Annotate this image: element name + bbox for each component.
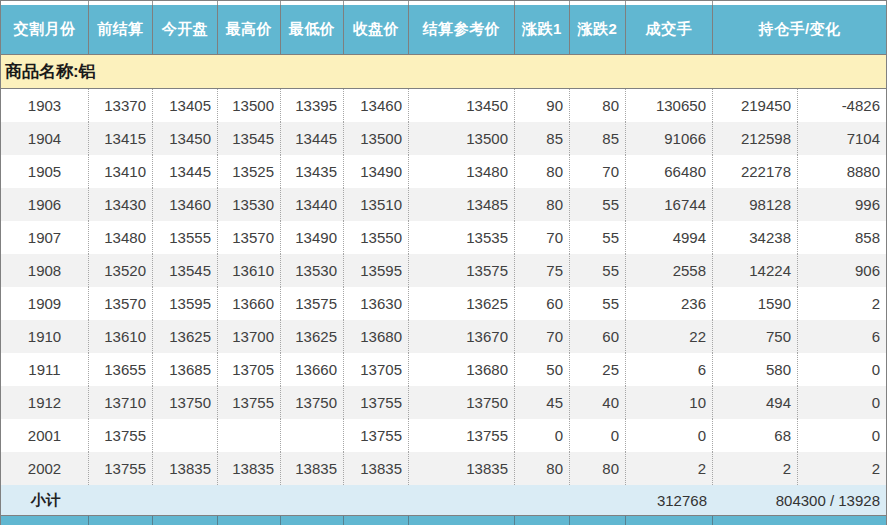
cell-open: 13545: [153, 254, 218, 287]
cell-prev-settlement: 13415: [89, 122, 153, 155]
cell-close: 13500: [344, 122, 409, 155]
cell-high: 13525: [218, 155, 281, 188]
cell-prev-settlement: 13520: [89, 254, 153, 287]
cell-low: 13530: [281, 254, 344, 287]
cell-change2: 55: [570, 254, 626, 287]
bottom-sliver-cell: [1, 516, 89, 525]
cell-close: 13630: [344, 287, 409, 320]
cell-close: 13755: [344, 419, 409, 452]
cell-high: 13530: [218, 188, 281, 221]
cell-prev-settlement: 13410: [89, 155, 153, 188]
cell-open-interest: 68: [713, 419, 798, 452]
cell-oi-change: 0: [798, 419, 886, 452]
cell-oi-change: 6: [798, 320, 886, 353]
cell-open: 13460: [153, 188, 218, 221]
cell-change1: 60: [515, 287, 570, 320]
cell-month: 2002: [1, 452, 89, 485]
cell-settlement-ref: 13670: [409, 320, 515, 353]
table-row-1904: 1904134151345013545134451350013500858591…: [1, 122, 886, 155]
cell-open-interest: 14224: [713, 254, 798, 287]
cell-settlement-ref: 13835: [409, 452, 515, 485]
cell-prev-settlement: 13570: [89, 287, 153, 320]
cell-close: 13595: [344, 254, 409, 287]
cell-low: 13435: [281, 155, 344, 188]
cell-oi-change: 2: [798, 452, 886, 485]
cell-month: 2001: [1, 419, 89, 452]
cell-change1: 70: [515, 221, 570, 254]
cell-high: [218, 419, 281, 452]
cell-change1: 80: [515, 155, 570, 188]
table-row-1912: 1912137101375013755137501375513750454010…: [1, 386, 886, 419]
cell-change1: 70: [515, 320, 570, 353]
table-row-1911: 1911136551368513705136601370513680502565…: [1, 353, 886, 386]
table-row-1910: 1910136101362513700136251368013670706022…: [1, 320, 886, 353]
cell-month: 1905: [1, 155, 89, 188]
cell-prev-settlement: 13710: [89, 386, 153, 419]
cell-change2: 0: [570, 419, 626, 452]
column-header-prev-settlement: 前结算: [89, 5, 153, 54]
cell-open: 13835: [153, 452, 218, 485]
cell-volume: 22: [626, 320, 713, 353]
cell-volume: 236: [626, 287, 713, 320]
cell-change2: 40: [570, 386, 626, 419]
cell-month: 1912: [1, 386, 89, 419]
cell-close: 13490: [344, 155, 409, 188]
table-row-1906: 1906134301346013530134401351013485805516…: [1, 188, 886, 221]
cell-change2: 55: [570, 221, 626, 254]
cell-high: 13700: [218, 320, 281, 353]
cell-volume: 16744: [626, 188, 713, 221]
cell-settlement-ref: 13755: [409, 419, 515, 452]
column-header-close: 收盘价: [344, 5, 409, 54]
cell-open-interest: 2: [713, 452, 798, 485]
cell-settlement-ref: 13485: [409, 188, 515, 221]
cell-month: 1911: [1, 353, 89, 386]
cell-month: 1909: [1, 287, 89, 320]
column-header-change2: 涨跌2: [570, 5, 626, 54]
cell-oi-change: 7104: [798, 122, 886, 155]
cell-oi-change: 906: [798, 254, 886, 287]
cell-change1: 75: [515, 254, 570, 287]
cell-change1: 85: [515, 122, 570, 155]
table-row-2002: 2002137551383513835138351383513835808022…: [1, 452, 886, 485]
table-row-1903: 1903133701340513500133951346013450908013…: [1, 89, 886, 122]
cell-high: 13755: [218, 386, 281, 419]
cell-month: 1906: [1, 188, 89, 221]
cell-open-interest: 750: [713, 320, 798, 353]
cell-high: 13835: [218, 452, 281, 485]
cell-change2: 80: [570, 452, 626, 485]
column-header-settlement-ref: 结算参考价: [409, 5, 515, 54]
cell-open: 13445: [153, 155, 218, 188]
cell-change2: 60: [570, 320, 626, 353]
cell-oi-change: 996: [798, 188, 886, 221]
cell-volume: 4994: [626, 221, 713, 254]
cell-open-interest: 222178: [713, 155, 798, 188]
bottom-sliver-cell: [153, 516, 218, 525]
cell-close: 13460: [344, 89, 409, 122]
product-name-label: 商品名称:铝: [5, 60, 96, 83]
cell-open-interest: 1590: [713, 287, 798, 320]
cell-volume: 10: [626, 386, 713, 419]
cell-close: 13550: [344, 221, 409, 254]
cell-oi-change: 8880: [798, 155, 886, 188]
cell-settlement-ref: 13500: [409, 122, 515, 155]
cell-change2: 85: [570, 122, 626, 155]
table-header-row: 交割月份前结算今开盘最高价最低价收盘价结算参考价涨跌1涨跌2成交手持仓手/变化: [1, 5, 886, 55]
cell-open-interest: 494: [713, 386, 798, 419]
subtotal-volume: 312768: [626, 485, 713, 515]
subtotal-row: 小计 312768 804300 / 13928: [1, 485, 886, 516]
cell-change2: 55: [570, 287, 626, 320]
cell-low: 13835: [281, 452, 344, 485]
cell-change1: 90: [515, 89, 570, 122]
column-header-low: 最低价: [281, 5, 344, 54]
cell-month: 1908: [1, 254, 89, 287]
cell-low: 13395: [281, 89, 344, 122]
cell-month: 1907: [1, 221, 89, 254]
column-header-open-interest: 持仓手/变化: [713, 5, 886, 54]
column-header-volume: 成交手: [626, 5, 713, 54]
cell-volume: 2558: [626, 254, 713, 287]
futures-quotes-table: 交割月份前结算今开盘最高价最低价收盘价结算参考价涨跌1涨跌2成交手持仓手/变化 …: [0, 0, 887, 525]
column-header-high: 最高价: [218, 5, 281, 54]
cell-open-interest: 219450: [713, 89, 798, 122]
table-row-1905: 1905134101344513525134351349013480807066…: [1, 155, 886, 188]
bottom-sliver-cell: [515, 516, 570, 525]
